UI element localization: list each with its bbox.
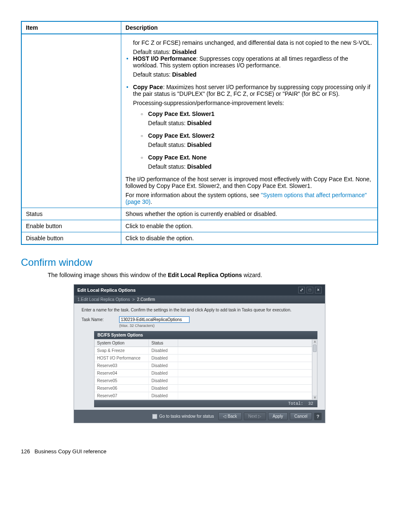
row-disable-desc: Click to disable the option. [121, 232, 378, 245]
default-status: Default status: Disabled [148, 163, 373, 170]
bullet-hostio: HOST I/O Performance: Suppresses copy op… [125, 55, 373, 78]
next-button: Next ▷ [244, 412, 266, 420]
level-slower2: Copy Pace Ext. Slower2 Default status: D… [141, 132, 373, 148]
th-desc: Description [121, 21, 378, 34]
wizard-title: Edit Local Replica Options [77, 288, 136, 293]
option-status: Disabled [149, 385, 178, 392]
option-status: Disabled [149, 377, 178, 385]
task-name-label: Task Name: [82, 316, 119, 322]
option-status: Disabled [149, 362, 178, 370]
copypace-levels: Processing-suppression/performance-impro… [133, 100, 373, 106]
panel-title: BC/FS System Options [94, 331, 317, 339]
level-slower1: Copy Pace Ext. Slower1 Default status: D… [141, 111, 373, 126]
option-name: HOST I/O Performance [95, 355, 149, 362]
row-enable-desc: Click to enable the option. [121, 220, 378, 232]
th-item: Item [21, 21, 121, 34]
maximize-icon[interactable]: □ [307, 287, 313, 293]
option-name: Reserve04 [95, 370, 149, 377]
option-name: Reserve03 [95, 362, 149, 370]
option-name: Svap & Freeze [95, 347, 149, 355]
option-name: Reserve06 [95, 385, 149, 392]
goto-tasks-checkbox[interactable]: Go to tasks window for status [152, 414, 214, 419]
option-status: Disabled [149, 392, 178, 400]
default-status: Default status: Disabled [133, 71, 373, 78]
restore-icon[interactable]: ⤢ [298, 287, 305, 293]
row-systemoption-desc: for FC Z or FCSE) remains unchanged, and… [121, 34, 378, 208]
wizard-breadcrumb: 1.Edit Local Replica Options > 2.Confirm [74, 296, 325, 303]
cancel-button[interactable]: Cancel [290, 412, 312, 420]
breadcrumb-step2: 2.Confirm [137, 297, 155, 302]
help-icon[interactable]: ? [314, 413, 322, 420]
wizard-titlebar: Edit Local Replica Options ⤢ □ × [74, 285, 325, 296]
wizard-footer: Go to tasks window for status ◁ Back Nex… [74, 410, 325, 423]
default-status: Default status: Disabled [148, 120, 373, 126]
default-status: Default status: Disabled [148, 141, 373, 148]
option-name: Reserve07 [95, 392, 149, 400]
options-grid: System Option Status Svap & FreezeDisabl… [94, 339, 317, 400]
option-status: Disabled [149, 347, 178, 355]
row-status-item: Status [21, 208, 121, 220]
intro-text: The following image shows this window of… [48, 272, 378, 278]
row-disable-item: Disable button [21, 232, 121, 245]
row-enable-item: Enable button [21, 220, 121, 232]
task-name-input[interactable] [119, 316, 189, 323]
default-status: Default status: Disabled [133, 49, 373, 55]
frag-text: for FC Z or FCSE) remains unchanged, and… [133, 39, 373, 46]
back-button[interactable]: ◁ Back [218, 412, 241, 420]
wizard-instruction: Enter a name for the task. Confirm the s… [82, 308, 317, 312]
option-name: Reserve05 [95, 377, 149, 385]
apply-button[interactable]: Apply [268, 412, 288, 420]
total-row: Total: 32 [94, 400, 317, 407]
level-none: Copy Pace Ext. None Default status: Disa… [141, 154, 373, 170]
row-status-desc: Shows whether the option is currently en… [121, 208, 378, 220]
wizard-window: Edit Local Replica Options ⤢ □ × 1.Edit … [74, 284, 325, 423]
close-icon[interactable]: × [315, 287, 322, 293]
row-systemoption-item [21, 34, 121, 208]
section-title: Confirm window [21, 257, 378, 268]
option-status: Disabled [149, 355, 178, 362]
col-status: Status [149, 339, 178, 347]
option-status: Disabled [149, 370, 178, 377]
bullet-copypace: Copy Pace: Maximizes host server I/O per… [125, 84, 373, 170]
parameters-table: Item Description for FC Z or FCSE) remai… [21, 21, 378, 245]
page-footer: 126 Business Copy GUI reference [21, 448, 378, 455]
breadcrumb-step1[interactable]: 1.Edit Local Replica Options [77, 297, 130, 302]
perf-note: The I/O performance of the host server i… [125, 176, 373, 189]
scrollbar[interactable]: ∧∨ [312, 339, 317, 400]
task-name-hint: (Max. 32 Characters) [119, 324, 189, 328]
more-info: For more information about the system op… [125, 192, 373, 205]
col-option: System Option [95, 339, 149, 347]
